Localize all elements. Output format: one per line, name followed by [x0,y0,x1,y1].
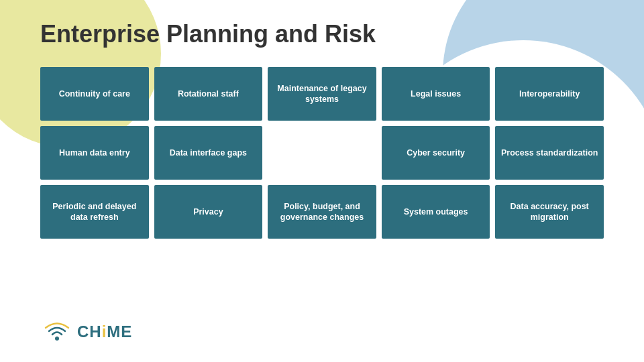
cell-human-data-entry: Human data entry [40,126,149,180]
cell-system-outages: System outages [382,185,490,239]
cell-cyber-security: Cyber security [382,126,490,180]
cell-policy-budget: Policy, budget, and governance changes [268,185,376,239]
logo-text: CHiME [77,322,132,341]
logo-area: CHiME [40,315,132,349]
cell-data-accuracy: Data accuracy, post migration [495,185,604,239]
cell-data-interface-gaps: Data interface gaps [154,126,263,180]
page-title: Enterprise Planning and Risk [40,20,610,48]
svg-point-0 [55,337,59,341]
cell-process-standardization: Process standardization [495,126,604,180]
cell-empty-1 [268,126,376,180]
cell-maintenance-legacy: Maintenance of legacy systems [268,67,376,121]
chime-logo-icon [40,315,74,349]
cell-continuity-of-care: Continuity of care [40,67,149,121]
risk-grid: Continuity of care Rotational staff Main… [40,67,604,239]
cell-rotational-staff: Rotational staff [154,67,263,121]
cell-privacy: Privacy [154,185,263,239]
cell-periodic-delayed: Periodic and delayed data refresh [40,185,149,239]
cell-legal-issues: Legal issues [382,67,490,121]
cell-interoperability: Interoperability [495,67,604,121]
